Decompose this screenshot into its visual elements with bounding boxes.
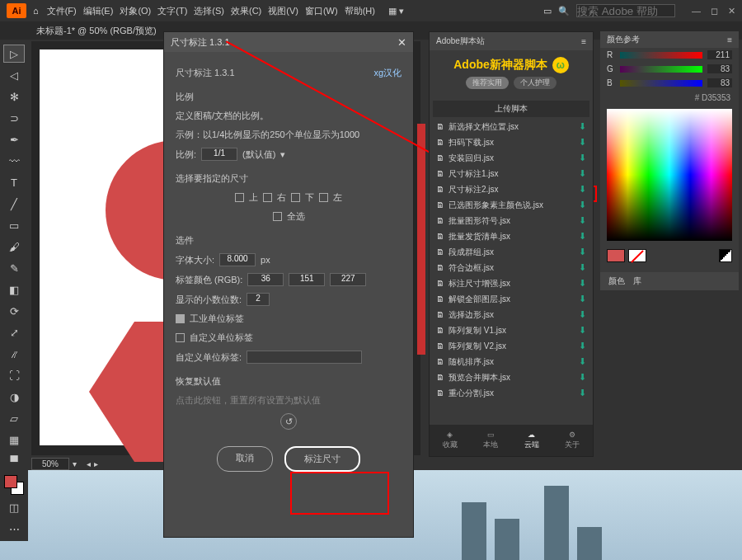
menu-effect[interactable]: 效果(C) [231, 5, 261, 17]
download-icon[interactable]: ⬇ [579, 309, 586, 320]
chk-industrial[interactable] [176, 314, 185, 323]
swatch-bw[interactable] [719, 249, 732, 262]
document-tab[interactable]: 未标题-1* @ 50% (RGB/预览) [31, 23, 162, 39]
script-item[interactable]: 🗎安装回归.jsx⬇ [433, 150, 589, 166]
zoom-dropdown-icon[interactable]: ▾ [73, 459, 77, 468]
g-slider[interactable] [620, 66, 702, 73]
scale-tool[interactable]: ⤢ [3, 323, 25, 341]
menu-edit[interactable]: 编辑(E) [83, 5, 114, 17]
chk-custom-unit[interactable] [176, 333, 185, 342]
gradient-tool[interactable]: ▀ [3, 452, 25, 470]
edit-toolbar[interactable]: ⋯ [3, 520, 25, 538]
script-item[interactable]: 🗎预览合并脚本.jsx⬇ [433, 369, 589, 385]
download-icon[interactable]: ⬇ [579, 262, 586, 273]
script-item[interactable]: 🗎随机排序.jsx⬇ [433, 354, 589, 369]
panel-menu-icon[interactable]: ≡ [727, 35, 732, 45]
menu-object[interactable]: 对象(O) [120, 5, 151, 17]
color-panel-tab[interactable]: 颜色参考 ≡ [600, 31, 739, 48]
selection-tool[interactable]: ▷ [3, 45, 25, 63]
download-icon[interactable]: ⬇ [579, 341, 586, 351]
script-item[interactable]: 🗎已选图形象素主颜色说.jsx⬇ [433, 197, 589, 213]
width-tool[interactable]: ⫽ [3, 345, 25, 363]
color-r-input[interactable]: 36 [247, 273, 284, 286]
download-icon[interactable]: ⬇ [579, 137, 586, 148]
cancel-button[interactable]: 取消 [217, 446, 273, 472]
shape-builder-tool[interactable]: ◑ [3, 388, 25, 406]
chk-bottom[interactable] [291, 193, 300, 202]
ok-button[interactable]: 标注尺寸 [284, 446, 360, 472]
script-item[interactable]: 🗎解锁全部图层.jsx⬇ [433, 291, 589, 307]
dialog-titlebar[interactable]: 尺寸标注 1.3.1 ✕ [164, 32, 413, 52]
home-icon[interactable]: ⌂ [33, 6, 39, 16]
color-swatch[interactable] [4, 475, 24, 495]
line-tool[interactable]: ╱ [3, 195, 25, 213]
maximize-icon[interactable]: ◻ [711, 6, 718, 16]
mesh-tool[interactable]: ▦ [3, 431, 25, 449]
rotate-tool[interactable]: ⟳ [3, 302, 25, 320]
perspective-tool[interactable]: ▱ [3, 409, 25, 427]
script-item[interactable]: 🗎新选择文档位置.jsx⬇ [433, 119, 589, 134]
pen-tool[interactable]: ✒ [3, 130, 25, 148]
g-value[interactable]: 83 [707, 64, 732, 73]
chk-all[interactable] [273, 212, 282, 221]
nav-prev-icon[interactable]: ◂ [87, 459, 91, 468]
color-g-input[interactable]: 151 [289, 273, 325, 286]
hex-value[interactable]: D35353 [702, 93, 730, 102]
rectangle-tool[interactable]: ▭ [3, 216, 25, 234]
swatch-current[interactable] [607, 249, 625, 262]
lib-tab-library[interactable]: 库 [633, 275, 641, 287]
download-icon[interactable]: ⬇ [579, 356, 586, 367]
download-icon[interactable]: ⬇ [579, 325, 586, 336]
nav-local[interactable]: ▭本地 [483, 431, 498, 450]
search-icon[interactable]: 🔍 [558, 6, 570, 16]
b-value[interactable]: 83 [707, 78, 732, 87]
script-item[interactable]: 🗎尺寸标注2.jsx⬇ [433, 181, 589, 197]
direct-selection-tool[interactable]: ◁ [3, 66, 25, 84]
free-transform-tool[interactable]: ⛶ [3, 366, 25, 384]
zoom-value[interactable]: 50% [31, 458, 69, 470]
swatch-none[interactable] [628, 249, 646, 262]
download-icon[interactable]: ⬇ [579, 294, 586, 304]
lasso-tool[interactable]: ⊃ [3, 109, 25, 127]
panel-menu-icon[interactable]: ≡ [581, 37, 586, 46]
dialog-close-icon[interactable]: ✕ [397, 36, 406, 49]
b-slider[interactable] [620, 80, 702, 87]
script-item[interactable]: 🗎重心分割.jsx⬇ [433, 385, 589, 401]
ratio-dropdown-icon[interactable]: ▾ [280, 149, 285, 160]
download-icon[interactable]: ⬇ [579, 215, 586, 226]
color-b-input[interactable]: 227 [330, 273, 366, 286]
download-icon[interactable]: ⬇ [579, 231, 586, 242]
script-item[interactable]: 🗎符合边框.jsx⬇ [433, 260, 589, 275]
eraser-tool[interactable]: ◧ [3, 280, 25, 299]
restore-icon[interactable]: ↺ [280, 413, 297, 430]
color-spectrum[interactable] [607, 109, 732, 241]
script-item[interactable]: 🗎选择边形.jsx⬇ [433, 307, 589, 322]
r-slider[interactable] [620, 52, 702, 59]
decimals-input[interactable]: 2 [247, 293, 270, 306]
custom-unit-input[interactable] [247, 351, 362, 364]
close-icon[interactable]: ✕ [728, 6, 735, 16]
download-icon[interactable]: ⬇ [579, 247, 586, 257]
download-icon[interactable]: ⬇ [579, 168, 586, 179]
type-tool[interactable]: T [3, 173, 25, 191]
menu-type[interactable]: 文字(T) [157, 5, 187, 17]
chk-right[interactable] [263, 193, 272, 202]
script-tab-personal[interactable]: 个人护理 [514, 77, 556, 89]
download-icon[interactable]: ⬇ [579, 388, 586, 398]
chk-left[interactable] [319, 193, 328, 202]
script-item[interactable]: 🗎批量图形符号.jsx⬇ [433, 213, 589, 228]
script-item[interactable]: 🗎标注尺寸增强.jsx⬇ [433, 275, 589, 291]
download-icon[interactable]: ⬇ [579, 184, 586, 195]
script-item[interactable]: 🗎扫码下载.jsx⬇ [433, 134, 589, 150]
nav-next-icon[interactable]: ▸ [94, 459, 98, 468]
script-item[interactable]: 🗎段成群组.jsx⬇ [433, 244, 589, 260]
chk-top[interactable] [235, 193, 244, 202]
arrange-icon[interactable]: ▭ [543, 6, 552, 16]
nav-about[interactable]: ⚙关于 [565, 431, 580, 450]
magic-wand-tool[interactable]: ✻ [3, 87, 25, 106]
shaper-tool[interactable]: ✎ [3, 259, 25, 277]
nav-cloud[interactable]: ☁云端 [524, 431, 539, 450]
download-icon[interactable]: ⬇ [579, 372, 586, 383]
script-panel-titlebar[interactable]: Adobe脚本站 ≡ [430, 32, 593, 50]
script-tab-recommend[interactable]: 推荐实用 [466, 77, 509, 89]
